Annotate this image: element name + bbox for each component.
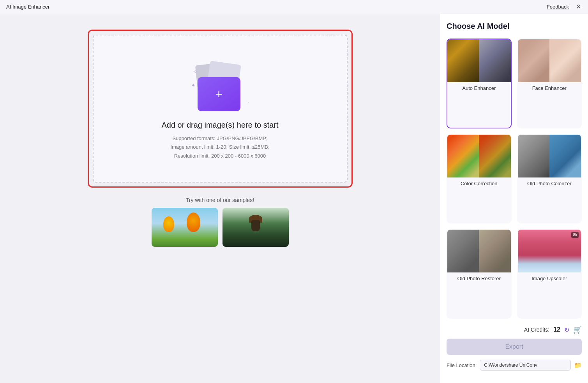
colorizer-preview xyxy=(518,135,581,177)
model-card-img-face-enhancer xyxy=(518,39,581,82)
main-layout: + ✦ ✧ · Add or drag image(s) here to sta… xyxy=(0,14,588,383)
upload-icon: + ✦ ✧ · xyxy=(189,61,251,111)
close-button[interactable]: ✕ xyxy=(575,3,582,11)
model-card-img-old-photo-restorer xyxy=(447,230,511,272)
samples-row xyxy=(152,208,289,247)
panel-title: Choose AI Model xyxy=(447,22,582,31)
model-label-auto-enhancer: Auto Enhancer xyxy=(447,82,511,94)
right-panel: Choose AI Model Auto Enhancer xyxy=(440,14,588,383)
colorizer-after xyxy=(549,135,581,177)
title-bar-actions: Feedback ✕ xyxy=(547,3,582,11)
model-card-img-image-upscaler: 8k xyxy=(518,230,581,272)
file-location-row: File Location: C:\Wondershare UniConv 📁 xyxy=(447,360,582,371)
color-correction-before xyxy=(447,135,479,177)
model-card-image-upscaler[interactable]: 8k Image Upscaler xyxy=(517,229,582,319)
auto-enhancer-before xyxy=(447,39,479,82)
model-label-face-enhancer: Face Enhancer xyxy=(518,82,581,94)
drop-main-text: Add or drag image(s) here to start xyxy=(161,121,278,130)
export-button: Export xyxy=(447,339,582,355)
sparkle-icon-1: ✦ xyxy=(191,82,196,88)
model-card-old-photo-restorer[interactable]: Old Photo Restorer xyxy=(447,229,512,319)
upscaler-preview: 8k xyxy=(518,230,581,272)
feedback-link[interactable]: Feedback xyxy=(547,4,569,10)
colorizer-before xyxy=(518,135,549,177)
face-enhancer-before xyxy=(518,39,549,82)
model-label-image-upscaler: Image Upscaler xyxy=(518,272,581,285)
auto-enhancer-after xyxy=(479,39,510,82)
model-card-img-auto-enhancer xyxy=(447,39,511,82)
model-card-auto-enhancer[interactable]: Auto Enhancer xyxy=(447,39,512,128)
face-enhancer-after xyxy=(549,39,581,82)
folder-open-icon[interactable]: 📁 xyxy=(574,362,582,369)
color-correction-after xyxy=(479,135,510,177)
credits-row: AI Credits: 12 ↻ 🛒 xyxy=(447,325,582,334)
file-location-label: File Location: xyxy=(447,362,477,368)
restorer-after xyxy=(479,230,510,272)
folder-main-icon: + xyxy=(198,77,240,111)
model-card-color-correction[interactable]: Color Correction xyxy=(447,134,512,224)
sparkle-icon-3: · xyxy=(248,99,249,105)
auto-enhancer-preview xyxy=(447,39,511,82)
samples-section: Try with one of our samples! xyxy=(152,197,289,247)
model-label-old-photo-colorizer: Old Photo Colorizer xyxy=(518,177,581,190)
model-label-old-photo-restorer: Old Photo Restorer xyxy=(447,272,511,285)
app-title: AI Image Enhancer xyxy=(6,4,49,10)
upscaler-badge: 8k xyxy=(571,232,579,238)
drop-zone-outer[interactable]: + ✦ ✧ · Add or drag image(s) here to sta… xyxy=(88,30,353,188)
sample-person[interactable] xyxy=(222,208,289,247)
model-card-img-color-correction xyxy=(447,135,511,177)
refresh-icon[interactable]: ↻ xyxy=(564,326,569,334)
drop-zone-inner[interactable]: + ✦ ✧ · Add or drag image(s) here to sta… xyxy=(93,35,348,183)
color-correction-preview xyxy=(447,135,511,177)
restorer-before xyxy=(447,230,479,272)
cart-icon[interactable]: 🛒 xyxy=(573,325,582,334)
bottom-panel: AI Credits: 12 ↻ 🛒 Export File Location:… xyxy=(447,319,582,383)
face-enhancer-preview xyxy=(518,39,581,82)
model-card-face-enhancer[interactable]: Face Enhancer xyxy=(517,39,582,128)
model-label-color-correction: Color Correction xyxy=(447,177,511,190)
model-card-old-photo-colorizer[interactable]: Old Photo Colorizer xyxy=(517,134,582,224)
folder-plus-icon: + xyxy=(215,88,222,100)
model-grid: Auto Enhancer Face Enhancer xyxy=(447,39,582,319)
samples-label: Try with one of our samples! xyxy=(186,197,254,203)
title-bar: AI Image Enhancer Feedback ✕ xyxy=(0,0,588,14)
sample-balloons[interactable] xyxy=(152,208,218,247)
sparkle-icon-2: ✧ xyxy=(193,69,198,75)
credits-label: AI Credits: xyxy=(524,327,549,333)
file-location-select[interactable]: C:\Wondershare UniConv xyxy=(480,360,571,371)
left-panel: + ✦ ✧ · Add or drag image(s) here to sta… xyxy=(0,14,440,383)
drop-sub-text: Supported formats: JPG/PNG/JPEG/BMP; Ima… xyxy=(170,134,269,160)
credits-count: 12 xyxy=(553,326,560,333)
model-card-img-old-photo-colorizer xyxy=(518,135,581,177)
restorer-preview xyxy=(447,230,511,272)
